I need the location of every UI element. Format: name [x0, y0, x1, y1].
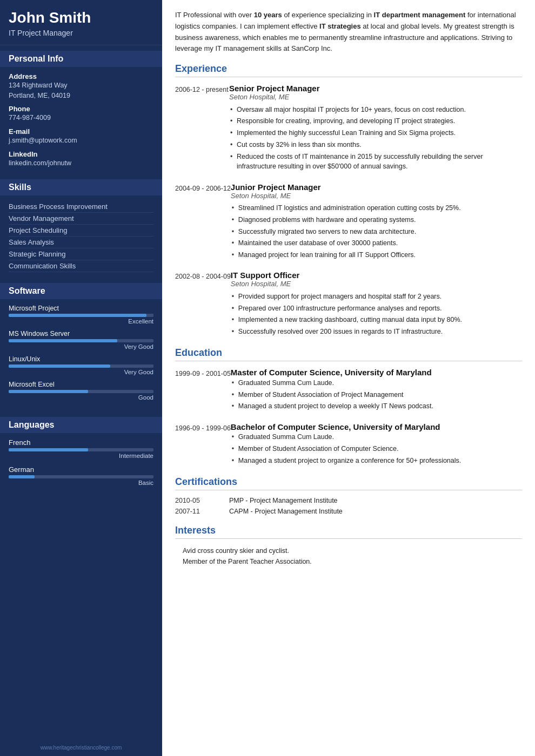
bullet-item: Managed a student project to organize a …	[231, 455, 522, 467]
interests-title: Interests	[175, 525, 522, 539]
software-item: MS Windows ServerVery Good	[9, 330, 153, 350]
summary: IT Professional with over 10 years of ex…	[175, 10, 522, 55]
bullet-item: Implemented the highly successful Lean T…	[229, 127, 522, 139]
software-item: Microsoft ExcelGood	[9, 381, 153, 401]
language-level: Basic	[9, 480, 153, 486]
bullet-item: Successfully resolved over 200 issues in…	[231, 326, 522, 338]
bullet-item: Reduced the costs of IT maintenance in 2…	[229, 151, 522, 173]
address-line2: Portland, ME, 04019	[9, 91, 153, 101]
bullet-item: Managed a student project to develop a w…	[231, 401, 522, 413]
phone-label: Phone	[9, 105, 153, 113]
language-item: GermanBasic	[9, 465, 153, 486]
certification-entry: 2010-05PMP - Project Management Institut…	[175, 497, 522, 504]
software-bar	[9, 364, 153, 368]
entry-title: Master of Computer Science, University o…	[231, 368, 522, 377]
entry-date: 1996-09 - 1999-06	[175, 422, 231, 467]
language-name: German	[9, 465, 153, 474]
personal-info-title: Personal Info	[0, 51, 162, 67]
bullet-item: Member of Student Association of Project…	[231, 389, 522, 401]
bullet-item: Cut costs by 32% in less than six months…	[229, 139, 522, 151]
bullet-item: Implemented a new tracking dashboard, cu…	[231, 314, 522, 326]
skill-item: Strategic Planning	[9, 248, 153, 260]
job-title: IT Project Manager	[9, 29, 153, 37]
bullet-item: Member of Student Association of Compute…	[231, 443, 522, 455]
skill-item: Communication Skills	[9, 260, 153, 272]
candidate-name: John Smith	[9, 10, 153, 26]
entry-title: Senior Project Manager	[229, 84, 522, 93]
entry-date: 2004-09 - 2006-12	[175, 183, 231, 261]
linkedin-value: linkedin.com/johnutw	[9, 158, 153, 168]
skill-item: Sales Analysis	[9, 237, 153, 248]
software-level: Very Good	[9, 369, 153, 375]
entry-company: Seton Hospital, ME	[229, 93, 522, 101]
language-level: Intermediate	[9, 453, 153, 459]
certifications-title: Certifications	[175, 476, 522, 490]
bullet-item: Responsible for creating, improving, and…	[229, 116, 522, 127]
bullet-item: Streamlined IT logistics and administrat…	[231, 202, 522, 214]
entry-title: Junior Project Manager	[231, 183, 522, 192]
entry-body: Master of Computer Science, University o…	[231, 368, 522, 412]
software-title: Software	[0, 283, 162, 299]
bullet-item: Provided support for project managers an…	[231, 291, 522, 302]
skill-item: Vendor Management	[9, 213, 153, 225]
software-name: MS Windows Server	[9, 330, 153, 338]
entry-date: 2006-12 - present	[175, 84, 229, 173]
bullet-item: Oversaw all major hospital IT projects f…	[229, 104, 522, 116]
cert-name: CAPM - Project Management Institute	[229, 508, 343, 515]
entry-title: Bachelor of Computer Science, University…	[231, 422, 522, 431]
sidebar-header: John Smith IT Project Manager	[0, 0, 162, 45]
entry-body: Bachelor of Computer Science, University…	[231, 422, 522, 467]
entry-date: 1999-09 - 2001-05	[175, 368, 231, 412]
software-name: Microsoft Excel	[9, 381, 153, 388]
education-entry: 1996-09 - 1999-06Bachelor of Computer Sc…	[175, 422, 522, 467]
software-item: Linux/UnixVery Good	[9, 355, 153, 375]
address-label: Address	[9, 72, 153, 80]
software-level: Good	[9, 394, 153, 401]
bullet-item: Diagnosed problems with hardware and ope…	[231, 214, 522, 226]
education-entry: 1999-09 - 2001-05Master of Computer Scie…	[175, 368, 522, 412]
experience-entry: 2006-12 - presentSenior Project ManagerS…	[175, 84, 522, 173]
interest-item: Member of the Parent Teacher Association…	[175, 556, 522, 567]
bullet-item: Managed project for lean training for al…	[231, 249, 522, 261]
main-content: IT Professional with over 10 years of ex…	[162, 0, 535, 756]
language-bar	[9, 448, 153, 451]
experience-entry: 2004-09 - 2006-12Junior Project ManagerS…	[175, 183, 522, 261]
skills-title: Skills	[0, 179, 162, 195]
language-item: FrenchIntermediate	[9, 438, 153, 459]
cert-name: PMP - Project Management Institute	[229, 497, 338, 504]
language-name: French	[9, 438, 153, 447]
skill-item: Project Scheduling	[9, 225, 153, 237]
entry-title: IT Support Officer	[231, 271, 522, 280]
languages-section: Languages FrenchIntermediateGermanBasic	[0, 411, 162, 498]
bullet-item: Graduated Summa Cum Laude.	[231, 377, 522, 389]
entry-body: Senior Project ManagerSeton Hospital, ME…	[229, 84, 522, 173]
entry-company: Seton Hospital, ME	[231, 192, 522, 200]
languages-title: Languages	[0, 417, 162, 433]
footer: www.heritagechristiancollege.com	[0, 745, 162, 751]
experience-title: Experience	[175, 63, 522, 77]
bullet-item: Graduated Summa Cum Laude.	[231, 431, 522, 443]
email-label: E-mail	[9, 127, 153, 136]
software-name: Microsoft Project	[9, 305, 153, 312]
education-title: Education	[175, 347, 522, 361]
software-bar	[9, 314, 153, 317]
experience-section: Experience 2006-12 - presentSenior Proje…	[175, 63, 522, 338]
phone-value: 774-987-4009	[9, 113, 153, 123]
software-level: Excellent	[9, 318, 153, 325]
software-bar	[9, 339, 153, 342]
sidebar: John Smith IT Project Manager Personal I…	[0, 0, 162, 756]
bullet-item: Prepared over 100 infrastructure perform…	[231, 302, 522, 314]
address-line1: 134 Rightward Way	[9, 80, 153, 91]
software-section: Software Microsoft ProjectExcellentMS Wi…	[0, 278, 162, 411]
certifications-section: Certifications 2010-05PMP - Project Mana…	[175, 476, 522, 515]
software-level: Very Good	[9, 343, 153, 350]
cert-date: 2007-11	[175, 508, 229, 515]
experience-entry: 2002-08 - 2004-09IT Support OfficerSeton…	[175, 271, 522, 338]
skills-section: Skills Business Process ImprovementVendo…	[0, 174, 162, 278]
software-item: Microsoft ProjectExcellent	[9, 305, 153, 325]
skill-item: Business Process Improvement	[9, 201, 153, 213]
interests-section: Interests Avid cross country skier and c…	[175, 525, 522, 567]
entry-company: Seton Hospital, ME	[231, 280, 522, 288]
cert-date: 2010-05	[175, 497, 229, 504]
bullet-item: Maintained the user database of over 300…	[231, 238, 522, 249]
